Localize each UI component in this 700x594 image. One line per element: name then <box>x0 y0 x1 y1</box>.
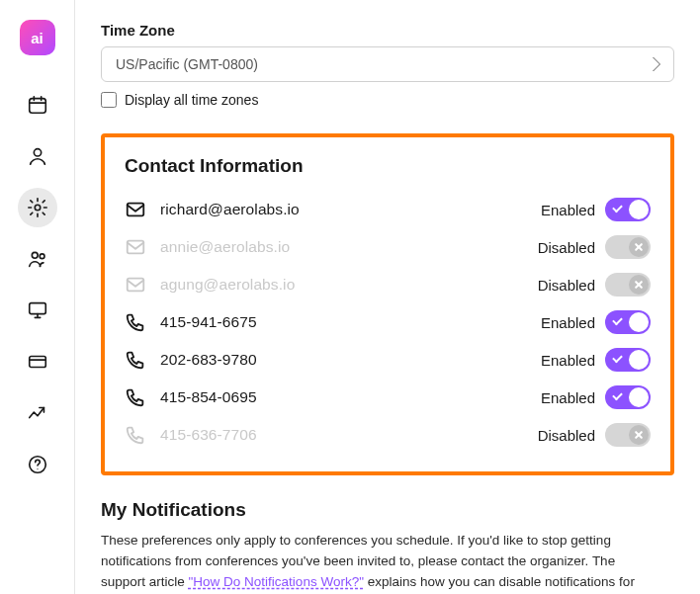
card-icon <box>27 351 48 373</box>
nav-screen[interactable] <box>18 291 57 330</box>
contact-state-label: Disabled <box>538 239 595 256</box>
contact-value: richard@aerolabs.io <box>160 201 300 218</box>
contact-value: 415-941-6675 <box>160 313 257 331</box>
contact-row: 415-854-0695Enabled <box>125 379 651 416</box>
svg-point-4 <box>40 254 44 259</box>
contact-row: 202-683-9780Enabled <box>125 341 651 379</box>
contact-toggle[interactable] <box>605 273 651 297</box>
contact-information-title: Contact Information <box>125 155 651 177</box>
calendar-icon <box>27 94 48 116</box>
mail-icon <box>125 236 146 258</box>
check-icon <box>629 387 649 407</box>
nav-sidebar: ai <box>0 0 75 594</box>
phone-icon <box>125 349 146 371</box>
main-content: Time Zone US/Pacific (GMT-0800) Display … <box>75 0 700 594</box>
my-notifications-title: My Notifications <box>101 499 674 521</box>
check-icon <box>629 312 649 332</box>
svg-rect-0 <box>29 99 45 114</box>
contact-toggle[interactable] <box>605 310 651 334</box>
contact-row: 415-941-6675Enabled <box>125 303 651 341</box>
contact-value: 415-854-0695 <box>160 388 257 406</box>
svg-rect-5 <box>29 303 45 314</box>
product-logo[interactable]: ai <box>20 20 55 55</box>
contact-value: annie@aerolabs.io <box>160 238 290 256</box>
contact-row: 415-636-7706Disabled <box>125 416 651 454</box>
svg-point-8 <box>37 468 38 469</box>
contact-state-label: Enabled <box>541 352 595 369</box>
phone-icon <box>125 386 146 408</box>
svg-rect-11 <box>128 279 144 292</box>
contact-row: agung@aerolabs.ioDisabled <box>125 266 651 303</box>
contact-toggle[interactable] <box>605 423 651 447</box>
nav-settings[interactable] <box>18 188 57 227</box>
contact-state-label: Disabled <box>538 277 595 294</box>
contact-toggle[interactable] <box>605 198 651 221</box>
close-icon <box>629 425 649 445</box>
contact-toggle[interactable] <box>605 385 651 409</box>
user-icon <box>27 145 48 167</box>
contact-toggle[interactable] <box>605 348 651 372</box>
timezone-label: Time Zone <box>101 22 674 39</box>
contact-value: 415-636-7706 <box>160 426 257 444</box>
monitor-icon <box>27 299 48 321</box>
contact-value: agung@aerolabs.io <box>160 276 295 294</box>
display-all-timezones-row[interactable]: Display all time zones <box>101 92 674 108</box>
svg-point-2 <box>35 205 41 211</box>
svg-point-3 <box>32 252 38 258</box>
svg-point-1 <box>34 149 41 156</box>
contact-information-panel: Contact Information richard@aerolabs.ioE… <box>101 133 674 475</box>
nav-card[interactable] <box>18 342 57 382</box>
check-icon <box>629 200 649 219</box>
timezone-select[interactable]: US/Pacific (GMT-0800) <box>101 46 674 82</box>
contact-toggle[interactable] <box>605 235 651 259</box>
contact-row: annie@aerolabs.ioDisabled <box>125 228 651 266</box>
phone-icon <box>125 311 146 333</box>
gear-icon <box>27 197 48 218</box>
svg-rect-9 <box>128 204 144 216</box>
mail-icon <box>125 274 146 296</box>
help-icon <box>27 454 48 475</box>
check-icon <box>629 350 649 370</box>
nav-calendar[interactable] <box>18 85 57 125</box>
contact-value: 202-683-9780 <box>160 351 257 369</box>
contact-state-label: Enabled <box>541 389 595 406</box>
notifications-help-link[interactable]: "How Do Notifications Work?" <box>189 574 364 589</box>
nav-group[interactable] <box>18 239 57 279</box>
display-all-timezones-label: Display all time zones <box>125 92 258 108</box>
my-notifications-body: These preferences only apply to conferen… <box>101 531 655 594</box>
svg-rect-10 <box>128 241 144 254</box>
contact-state-label: Enabled <box>541 202 595 218</box>
trend-icon <box>27 402 48 424</box>
contact-list: richard@aerolabs.ioEnabledannie@aerolabs… <box>125 191 651 454</box>
nav-trend[interactable] <box>18 393 57 433</box>
contact-state-label: Enabled <box>541 314 595 331</box>
group-icon <box>27 248 48 270</box>
contact-row: richard@aerolabs.ioEnabled <box>125 191 651 228</box>
mail-icon <box>125 199 146 220</box>
close-icon <box>629 275 649 295</box>
nav-help[interactable] <box>18 445 57 484</box>
phone-icon <box>125 424 146 446</box>
close-icon <box>629 237 649 257</box>
display-all-timezones-checkbox[interactable] <box>101 92 117 108</box>
svg-rect-6 <box>29 357 45 368</box>
contact-state-label: Disabled <box>538 427 595 444</box>
nav-user[interactable] <box>18 136 57 176</box>
